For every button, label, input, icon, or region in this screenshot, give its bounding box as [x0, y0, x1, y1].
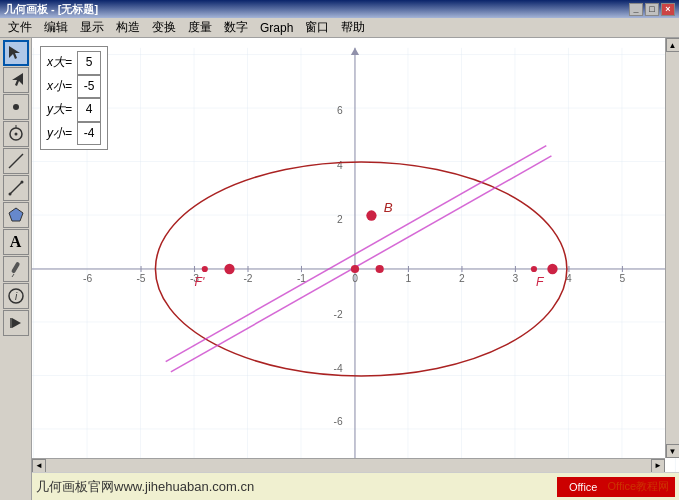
ymax-value: 4 — [77, 98, 101, 122]
point-tool[interactable] — [3, 94, 29, 120]
menu-transform[interactable]: 变换 — [146, 17, 182, 38]
svg-marker-1 — [12, 73, 23, 86]
scroll-up-button[interactable]: ▲ — [666, 38, 680, 52]
xmax-label: x大= — [47, 52, 75, 74]
xmax-value: 5 — [77, 51, 101, 75]
polygon-tool[interactable] — [3, 202, 29, 228]
scroll-left-button[interactable]: ◄ — [32, 459, 46, 473]
xmin-value: -5 — [77, 75, 101, 99]
menu-file[interactable]: 文件 — [2, 17, 38, 38]
svg-text:2: 2 — [459, 273, 465, 284]
svg-text:3: 3 — [513, 273, 519, 284]
svg-line-12 — [12, 274, 14, 277]
point-F1-dot[interactable] — [202, 266, 208, 272]
watermark-bar: 几何画板官网www.jihehuaban.com.cn Office Offic… — [32, 472, 679, 500]
menu-number[interactable]: 数字 — [218, 17, 254, 38]
point-B-label: B — [384, 200, 393, 215]
svg-line-7 — [10, 182, 22, 194]
scroll-right-button[interactable]: ► — [651, 459, 665, 473]
params-box: x大= 5 x小= -5 y大= 4 y小= -4 — [40, 46, 108, 150]
scroll-track-horizontal[interactable] — [46, 459, 651, 472]
svg-marker-10 — [9, 208, 23, 221]
menu-window[interactable]: 窗口 — [299, 17, 335, 38]
close-button[interactable]: × — [661, 3, 675, 16]
svg-text:-6: -6 — [83, 273, 92, 284]
menu-display[interactable]: 显示 — [74, 17, 110, 38]
svg-text:2: 2 — [337, 214, 343, 225]
watermark-logo: Office Office教程网 — [557, 477, 675, 497]
menu-construct[interactable]: 构造 — [110, 17, 146, 38]
point-B[interactable] — [366, 210, 376, 220]
point-F2[interactable] — [547, 264, 557, 274]
svg-text:-2: -2 — [334, 309, 343, 320]
horizontal-scrollbar[interactable]: ◄ ► — [32, 458, 665, 472]
title-text: 几何画板 - [无标题] — [4, 2, 98, 17]
scroll-down-button[interactable]: ▼ — [666, 444, 680, 458]
svg-text:-6: -6 — [334, 416, 343, 427]
svg-point-8 — [8, 193, 11, 196]
svg-point-4 — [14, 133, 17, 136]
svg-text:1: 1 — [406, 273, 412, 284]
param-xmax-row: x大= 5 — [47, 51, 101, 75]
param-ymax-row: y大= 4 — [47, 98, 101, 122]
ymin-label: y小= — [47, 123, 75, 145]
office-logo-icon: Office — [563, 479, 604, 495]
maximize-button[interactable]: □ — [645, 3, 659, 16]
vertical-scrollbar[interactable]: ▲ ▼ — [665, 38, 679, 458]
ymax-label: y大= — [47, 99, 75, 121]
svg-text:-4: -4 — [334, 363, 343, 374]
menubar: 文件 编辑 显示 构造 变换 度量 数字 Graph 窗口 帮助 — [0, 18, 679, 38]
point-F2-small[interactable] — [531, 266, 537, 272]
xmin-label: x小= — [47, 76, 75, 98]
svg-text:6: 6 — [337, 105, 343, 116]
svg-marker-15 — [12, 318, 21, 328]
toolbar: A i — [0, 38, 32, 500]
marker-tool[interactable] — [3, 256, 29, 282]
svg-text:i: i — [14, 291, 17, 302]
main-area: A i x大= 5 x小= -5 y大= 4 — [0, 38, 679, 500]
center-point[interactable] — [351, 265, 359, 273]
menu-measure[interactable]: 度量 — [182, 17, 218, 38]
svg-point-2 — [13, 104, 19, 110]
svg-line-6 — [9, 154, 23, 168]
segment-tool[interactable] — [3, 175, 29, 201]
info-tool[interactable]: i — [3, 283, 29, 309]
svg-marker-0 — [9, 46, 20, 59]
motion-tool[interactable] — [3, 310, 29, 336]
svg-text:0: 0 — [352, 273, 358, 284]
svg-rect-11 — [10, 261, 19, 273]
point-F1-label: F' — [195, 275, 206, 289]
text-tool[interactable]: A — [3, 229, 29, 255]
watermark-text: 几何画板官网www.jihehuaban.com.cn — [36, 478, 254, 496]
arrow-tool[interactable] — [3, 40, 29, 66]
svg-text:-2: -2 — [243, 273, 252, 284]
graph-container[interactable]: x大= 5 x小= -5 y大= 4 y小= -4 — [32, 38, 679, 500]
titlebar-controls: _ □ × — [629, 3, 675, 16]
line-tool[interactable] — [3, 148, 29, 174]
center-point2[interactable] — [376, 265, 384, 273]
office-logo-text: Office教程网 — [607, 479, 669, 494]
compass-tool[interactable] — [3, 121, 29, 147]
svg-text:-5: -5 — [136, 273, 145, 284]
text-icon: A — [10, 233, 22, 251]
menu-edit[interactable]: 编辑 — [38, 17, 74, 38]
param-xmin-row: x小= -5 — [47, 75, 101, 99]
param-ymin-row: y小= -4 — [47, 122, 101, 146]
minimize-button[interactable]: _ — [629, 3, 643, 16]
point-on-line[interactable] — [224, 264, 234, 274]
ymin-value: -4 — [77, 122, 101, 146]
svg-point-9 — [20, 181, 23, 184]
menu-graph[interactable]: Graph — [254, 19, 299, 37]
titlebar: 几何画板 - [无标题] _ □ × — [0, 0, 679, 18]
arrow2-tool[interactable] — [3, 67, 29, 93]
graph-svg: 0 1 2 3 4 5 -1 -2 -3 -5 -6 2 4 6 -2 -4 -… — [32, 38, 679, 500]
svg-text:5: 5 — [620, 273, 626, 284]
menu-help[interactable]: 帮助 — [335, 17, 371, 38]
